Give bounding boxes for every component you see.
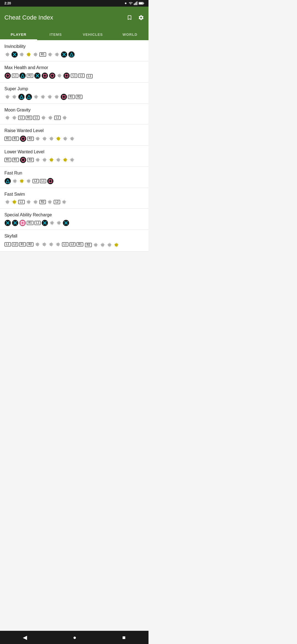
svg-rect-35 (49, 53, 51, 56)
r1-button: R1 (68, 95, 75, 99)
dpad-icon (26, 51, 32, 58)
svg-rect-25 (27, 53, 30, 56)
l1-button: L1 (34, 221, 41, 225)
l1-button: L1 (62, 242, 68, 247)
r1-button: R1 (27, 221, 34, 225)
svg-rect-296 (108, 244, 111, 246)
cheat-max-health[interactable]: Max Health and Armor L1 R2 (0, 61, 148, 83)
notification-icon (124, 1, 128, 5)
triangle-button (4, 178, 11, 184)
svg-rect-281 (57, 243, 59, 246)
bookmark-icon[interactable] (127, 15, 133, 21)
tab-vehicles[interactable]: VEHICLES (74, 29, 111, 40)
button-sequence: L1 R2 L1 L1 L1 (4, 72, 144, 79)
cross-button (42, 220, 48, 226)
dpad-icon (106, 242, 112, 248)
svg-rect-258 (57, 222, 60, 224)
triangle-button (19, 72, 26, 79)
dpad-icon (100, 242, 106, 248)
cheat-name: Lower Wanted Level (4, 149, 144, 154)
dpad-icon (41, 241, 47, 247)
l1-button: L1 (71, 73, 77, 78)
svg-rect-109 (13, 116, 16, 119)
tab-player[interactable]: PLAYER (0, 29, 37, 40)
cheat-super-jump[interactable]: Super Jump (0, 83, 148, 104)
cheat-invincibility[interactable]: Invincibility R1 (0, 40, 148, 61)
svg-rect-156 (71, 137, 73, 140)
cheat-moon-gravity[interactable]: Moon Gravity L1 R1 L1 L1 (0, 104, 148, 124)
svg-point-125 (20, 136, 26, 142)
app-title: Cheat Code Index (4, 14, 53, 21)
svg-rect-136 (43, 137, 46, 140)
svg-rect-266 (36, 243, 39, 246)
svg-point-0 (125, 2, 127, 4)
cheat-lower-wanted[interactable]: Lower Wanted Level R1 R1 R2 (0, 146, 148, 167)
r2-button: R2 (85, 243, 92, 247)
svg-rect-141 (50, 137, 53, 140)
svg-rect-2 (135, 3, 135, 5)
dpad-icon (42, 136, 48, 142)
cross-button (4, 220, 11, 226)
l1-button: L1 (4, 242, 11, 247)
square-button (63, 72, 70, 79)
svg-rect-12 (6, 53, 9, 56)
dpad-icon (19, 51, 25, 58)
cheat-fast-swim[interactable]: Fast Swim L1 R2 L2 (0, 188, 148, 209)
r2-button: R2 (27, 137, 34, 141)
dpad-icon (40, 94, 46, 100)
dpad-icon (4, 94, 10, 100)
svg-rect-92 (48, 95, 51, 98)
svg-rect-217 (13, 201, 16, 203)
svg-rect-291 (101, 244, 104, 246)
svg-point-53 (42, 73, 48, 79)
button-sequence: R1 (4, 51, 144, 58)
svg-point-48 (20, 73, 26, 79)
button-sequence: L1 R1 L1 L1 (4, 115, 144, 121)
svg-rect-104 (6, 116, 9, 119)
dpad-icon (69, 136, 75, 142)
svg-rect-227 (34, 201, 37, 203)
dpad-icon (47, 94, 53, 100)
cheat-name: Fast Swim (4, 192, 144, 197)
cheat-name: Moon Gravity (4, 108, 144, 113)
square-button (61, 94, 67, 100)
l2-button: L2 (32, 179, 39, 183)
circle-button (20, 157, 26, 163)
status-bar: 2:20 (0, 0, 148, 7)
cheat-raise-wanted[interactable]: Raise Wanted Level R1 R1 R2 (0, 124, 148, 146)
svg-rect-188 (71, 159, 73, 161)
tab-items[interactable]: ITEMS (37, 29, 74, 40)
svg-rect-124 (63, 116, 66, 119)
l1-button: L1 (78, 73, 85, 78)
svg-rect-212 (6, 201, 9, 203)
cheat-fast-run[interactable]: Fast Run L2 L1 (0, 167, 148, 188)
svg-rect-20 (20, 53, 23, 56)
svg-rect-151 (64, 137, 67, 140)
svg-point-206 (47, 178, 53, 184)
cheat-special-ability[interactable]: Special Ability Recharge R1 L1 (0, 209, 148, 230)
dpad-icon (48, 157, 54, 163)
l1-button: L1 (54, 116, 61, 120)
r2-button: R2 (27, 242, 34, 247)
l1-button: L1 (18, 116, 25, 120)
triangle-button (18, 94, 25, 100)
tab-world[interactable]: WORLD (111, 29, 148, 40)
svg-rect-183 (64, 159, 67, 161)
dpad-icon (19, 178, 25, 184)
r2-button: R2 (27, 158, 34, 162)
cheat-skyfall[interactable]: Skyfall L1 L2 R1 R2 L1 L2 R1 R2 (0, 230, 148, 252)
svg-rect-173 (50, 159, 53, 161)
l2-button: L2 (54, 200, 60, 204)
dpad-icon (69, 157, 75, 163)
circle-button (4, 72, 11, 79)
svg-point-55 (49, 73, 55, 79)
signal-icon (134, 1, 138, 5)
settings-icon[interactable] (138, 15, 144, 21)
svg-rect-276 (50, 243, 53, 246)
dpad-icon (55, 136, 61, 142)
r1-button: R1 (19, 242, 26, 247)
r2-button: R2 (27, 73, 34, 78)
cross-button (34, 72, 41, 79)
svg-point-98 (61, 94, 67, 100)
l1-button: L1 (86, 74, 93, 78)
